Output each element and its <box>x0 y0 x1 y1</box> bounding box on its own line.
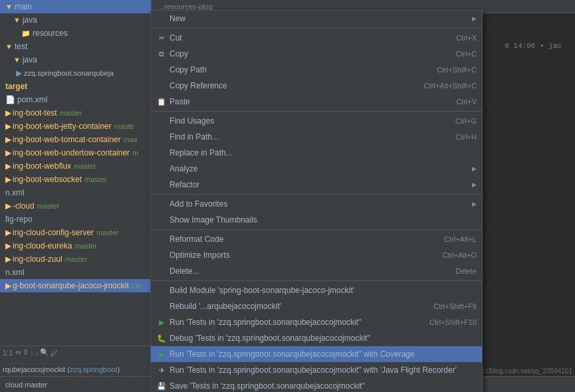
menu-label: Run 'Tests in 'zzq.springboot.sonarqubej… <box>170 318 416 327</box>
tree-label: java <box>23 55 37 64</box>
tree-label: ing-boot-webflux <box>13 161 71 171</box>
shortcut: Ctrl+G <box>455 117 477 125</box>
shortcut: Ctrl+Shift+F9 <box>433 302 477 310</box>
toolbar-icon6[interactable]: 🖊 <box>51 349 58 357</box>
tree-label: fig-repo <box>5 215 33 224</box>
tree-item-target[interactable]: target <box>0 80 151 93</box>
tree-item-webflux[interactable]: ▶ ing-boot-webflux master <box>0 159 151 173</box>
toolbar-icon3[interactable]: ↑ <box>30 349 34 357</box>
branch-label: master <box>37 202 60 210</box>
menu-label: Run 'Tests in 'zzq.springboot.sonarqubej… <box>170 349 477 359</box>
tree-item-nxml2[interactable]: n.xml <box>0 266 151 279</box>
menu-label: Add to Favorites <box>170 199 477 209</box>
watermark-text: https://blog.csdn.net/qq_33594101 <box>471 367 572 375</box>
menu-item-copy-path[interactable]: Copy Path Ctrl+Shift+C <box>151 62 482 78</box>
menu-label: Show Image Thumbnails <box>170 215 477 225</box>
tree-item-tomcat[interactable]: ▶ ing-boot-web-tomcat-container mas <box>0 133 151 146</box>
shortcut: Ctrl+X <box>456 34 477 42</box>
tree-item-sonarqube[interactable]: ▶ g-boot-sonarqube-jacoco-jmockit [cle <box>0 279 151 292</box>
run-icon: ▶ <box>156 318 167 327</box>
bottom-toolbar: 1:1 ⇔ ⇕ ↑ ↓ 🔍 🖊 <box>0 345 151 359</box>
tree-item-test[interactable]: ▼ test <box>0 40 151 53</box>
tab-path: …resources-plug <box>157 3 213 11</box>
shortcut: Ctrl+V <box>456 98 477 106</box>
menu-item-cut[interactable]: ✂ Cut Ctrl+X <box>151 30 482 46</box>
tree-label: ing-boot-websocket <box>13 175 82 184</box>
menu-item-save-tests[interactable]: 💾 Save 'Tests in 'zzq.springboot.sonarqu… <box>151 378 482 392</box>
menu-item-delete[interactable]: Delete... Delete <box>151 263 482 279</box>
menu-label: Cut <box>170 33 443 43</box>
menu-item-debug-tests[interactable]: 🐛 Debug 'Tests in 'zzq.springboot.sonarq… <box>151 330 482 346</box>
tree-label: ing-boot-test <box>13 108 57 118</box>
menu-label: Find Usages <box>170 116 442 126</box>
tree-item-java1[interactable]: ▼ java <box>0 13 151 27</box>
shortcut: Ctrl+Shift+F10 <box>429 318 477 326</box>
tree-item-undertow[interactable]: ▶ ing-boot-web-undertow-container m <box>0 146 151 159</box>
menu-item-favorites[interactable]: Add to Favorites <box>151 196 482 212</box>
menu-item-new[interactable]: New <box>151 11 482 27</box>
tree-item-pom[interactable]: 📄 pom.xml <box>0 93 151 106</box>
tree-item-package[interactable]: ▶ zzq.springboot.sonarqubeja <box>0 66 151 80</box>
menu-label: Run 'Tests in 'zzq.springboot.sonarqubej… <box>170 365 477 375</box>
menu-item-thumbnails[interactable]: Show Image Thumbnails <box>151 212 482 228</box>
menu-item-paste[interactable]: 📋 Paste Ctrl+V <box>151 94 482 110</box>
menu-item-run-flight[interactable]: ✈ Run 'Tests in 'zzq.springboot.sonarqub… <box>151 362 482 378</box>
tree-item-eureka[interactable]: ▶ ing-cloud-eureka master <box>0 239 151 252</box>
tree-item-zuul[interactable]: ▶ ing-cloud-zuul master <box>0 252 151 266</box>
menu-item-reformat[interactable]: Reformat Code Ctrl+Alt+L <box>151 231 482 247</box>
menu-item-optimize[interactable]: Optimize Imports Ctrl+Alt+O <box>151 247 482 263</box>
class-name-bar: rqubejacocojmockit (zzq.springboot) <box>0 363 151 375</box>
menu-item-run-coverage[interactable]: ▶ Run 'Tests in 'zzq.springboot.sonarqub… <box>151 346 482 362</box>
menu-item-build[interactable]: Build Module 'spring-boot-sonarqube-jaco… <box>151 282 482 298</box>
paste-icon: 📋 <box>156 98 167 106</box>
package-icon: ▶ <box>16 68 22 78</box>
folder-icon: ▼ <box>13 16 21 24</box>
folder-icon: ▼ <box>13 56 21 64</box>
module-icon: ▶ <box>5 254 11 264</box>
menu-item-find-usages[interactable]: Find Usages Ctrl+G <box>151 113 482 129</box>
menu-label: Copy <box>170 49 443 58</box>
tree-label: ing-cloud-eureka <box>13 241 72 250</box>
tree-label: -cloud <box>13 201 35 211</box>
menu-label: Build Module 'spring-boot-sonarqube-jaco… <box>170 286 477 295</box>
module-icon: ▶ <box>5 201 11 211</box>
tree-item-boot-test[interactable]: ▶ ing-boot-test master <box>0 106 151 120</box>
menu-item-analyze[interactable]: Analyze <box>151 161 482 177</box>
menu-item-copy[interactable]: ⧉ Copy Ctrl+C <box>151 46 482 62</box>
tree-item-cloud[interactable]: ▶ -cloud master <box>0 199 151 213</box>
shortcut: Delete <box>455 267 477 275</box>
toolbar-icon4[interactable]: ↓ <box>35 349 39 357</box>
tree-item-java2[interactable]: ▼ java <box>0 53 151 66</box>
tree-item-jetty[interactable]: ▶ ing-boot-web-jetty-container maste <box>0 120 151 133</box>
branch-label: master <box>96 229 119 237</box>
tree-item-websocket[interactable]: ▶ ing-boot-websocket master <box>0 173 151 186</box>
tree-label: zzq.springboot.sonarqubeja <box>24 69 114 77</box>
branch-label: mas <box>124 136 138 144</box>
tree-item-nxml[interactable]: n.xml <box>0 186 151 199</box>
menu-label: Copy Reference <box>170 81 411 90</box>
module-icon: ▶ <box>5 135 11 144</box>
toolbar-icon1[interactable]: ⇔ <box>15 348 21 357</box>
menu-item-refactor[interactable]: Refactor <box>151 177 482 193</box>
context-menu: New ✂ Cut Ctrl+X ⧉ Copy Ctrl+C Copy Path… <box>150 10 483 392</box>
tree-label: ing-cloud-zuul <box>13 254 62 264</box>
menu-item-run-tests[interactable]: ▶ Run 'Tests in 'zzq.springboot.sonarqub… <box>151 314 482 330</box>
toolbar-icon2[interactable]: ⇕ <box>23 348 29 357</box>
tree-item-fig-repo[interactable]: fig-repo <box>0 213 151 226</box>
menu-item-copy-reference[interactable]: Copy Reference Ctrl+Alt+Shift+C <box>151 78 482 94</box>
folder-icon: 📁 <box>21 29 31 38</box>
menu-item-find-path[interactable]: Find in Path... Ctrl+H <box>151 129 482 145</box>
menu-label: Save 'Tests in 'zzq.springboot.sonarqube… <box>170 381 477 391</box>
scissors-icon: ✂ <box>156 34 167 43</box>
menu-label: Replace in Path... <box>170 148 477 157</box>
menu-item-rebuild[interactable]: Rebuild '...arqubejacocojmockit' Ctrl+Sh… <box>151 298 482 314</box>
tree-item-resources[interactable]: 📁 resources <box>0 27 151 40</box>
toolbar-icon5[interactable]: 🔍 <box>40 348 49 357</box>
tree-label: ing-boot-web-jetty-container <box>13 122 112 131</box>
tree-item-config-server[interactable]: ▶ ing-cloud-config-server master <box>0 226 151 239</box>
menu-item-replace-path[interactable]: Replace in Path... <box>151 145 482 161</box>
flight-icon: ✈ <box>156 366 167 375</box>
menu-label: Analyze <box>170 164 477 173</box>
shortcut: Ctrl+Alt+L <box>444 235 477 243</box>
tree-item-main[interactable]: ▼ main <box>0 0 151 13</box>
